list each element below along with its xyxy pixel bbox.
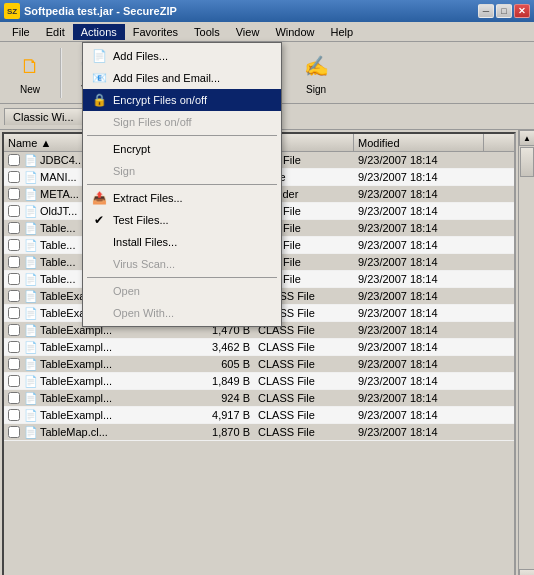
menu-view[interactable]: View (228, 24, 268, 40)
menu-item-label: Sign (113, 165, 135, 177)
file-size-cell: 924 B (174, 392, 254, 404)
menu-item-sign-files: Sign Files on/off (83, 111, 281, 133)
file-icon: 📄 (24, 375, 38, 388)
table-row[interactable]: 📄 TableExampl... 605 B CLASS File 9/23/2… (4, 356, 514, 373)
file-checkbox[interactable] (8, 256, 20, 268)
file-type-cell: CLASS File (254, 375, 354, 387)
file-name-cell: 📄 TableMap.cl... (4, 426, 174, 439)
table-row[interactable]: 📄 TableExampl... 1,849 B CLASS File 9/23… (4, 373, 514, 390)
menu-file[interactable]: File (4, 24, 38, 40)
menu-item-label: Install Files... (113, 236, 177, 248)
menu-help[interactable]: Help (323, 24, 362, 40)
scroll-down-button[interactable]: ▼ (519, 569, 534, 575)
file-checkbox[interactable] (8, 290, 20, 302)
menu-item-install-files[interactable]: Install Files... (83, 231, 281, 253)
file-checkbox[interactable] (8, 392, 20, 404)
scroll-thumb[interactable] (520, 147, 534, 177)
menu-actions[interactable]: Actions (73, 24, 125, 40)
menu-item-extract-files[interactable]: 📤 Extract Files... (83, 187, 281, 209)
file-name-cell: 📄 TableExampl... (4, 392, 174, 405)
table-row[interactable]: 📄 TableExampl... 4,917 B CLASS File 9/23… (4, 407, 514, 424)
file-modified-cell: 9/23/2007 18:14 (354, 239, 484, 251)
file-checkbox[interactable] (8, 426, 20, 438)
table-row[interactable]: 📄 TableExampl... 924 B CLASS File 9/23/2… (4, 390, 514, 407)
menu-item-add-files-email[interactable]: 📧 Add Files and Email... (83, 67, 281, 89)
file-name-text: MANI... (40, 171, 77, 183)
file-size-cell: 3,462 B (174, 341, 254, 353)
file-checkbox[interactable] (8, 341, 20, 353)
file-icon: 📄 (24, 273, 38, 286)
file-checkbox[interactable] (8, 409, 20, 421)
toolbar-new-label: New (20, 84, 40, 95)
file-checkbox[interactable] (8, 375, 20, 387)
file-name-text: Table... (40, 273, 75, 285)
file-modified-cell: 9/23/2007 18:14 (354, 205, 484, 217)
file-checkbox[interactable] (8, 222, 20, 234)
vertical-scrollbar[interactable]: ▲ ▼ (518, 130, 534, 575)
file-modified-cell: 9/23/2007 18:14 (354, 324, 484, 336)
menu-item-icon (91, 256, 107, 272)
file-checkbox[interactable] (8, 358, 20, 370)
menu-item-icon: 📄 (91, 48, 107, 64)
menu-item-icon (91, 163, 107, 179)
menu-separator (87, 135, 277, 136)
file-icon: 📄 (24, 222, 38, 235)
menu-tools[interactable]: Tools (186, 24, 228, 40)
file-name-text: TableExampl... (40, 392, 112, 404)
menu-item-encrypt[interactable]: Encrypt (83, 138, 281, 160)
maximize-button[interactable]: □ (496, 4, 512, 18)
menu-item-icon (91, 114, 107, 130)
file-type-cell: CLASS File (254, 392, 354, 404)
file-checkbox[interactable] (8, 205, 20, 217)
menu-item-label: Add Files and Email... (113, 72, 220, 84)
close-button[interactable]: ✕ (514, 4, 530, 18)
file-checkbox[interactable] (8, 273, 20, 285)
menu-item-label: Extract Files... (113, 192, 183, 204)
table-row[interactable]: 📄 TableMap.cl... 1,870 B CLASS File 9/23… (4, 424, 514, 441)
file-checkbox[interactable] (8, 171, 20, 183)
file-checkbox[interactable] (8, 154, 20, 166)
actions-dropdown: 📄 Add Files... 📧 Add Files and Email... … (82, 42, 282, 327)
toolbar-new-button[interactable]: 🗋 New (4, 45, 56, 101)
file-name-text: TableExampl... (40, 341, 112, 353)
classic-view-tab[interactable]: Classic Wi... (4, 108, 83, 125)
file-name-text: TableExampl... (40, 375, 112, 387)
file-modified-cell: 9/23/2007 18:14 (354, 171, 484, 183)
file-checkbox[interactable] (8, 324, 20, 336)
file-type-cell: CLASS File (254, 341, 354, 353)
menu-window[interactable]: Window (267, 24, 322, 40)
file-icon: 📄 (24, 239, 38, 252)
file-checkbox[interactable] (8, 307, 20, 319)
menu-edit[interactable]: Edit (38, 24, 73, 40)
file-icon: 📄 (24, 154, 38, 167)
scroll-track[interactable] (519, 146, 534, 569)
toolbar-sign-button[interactable]: ✍ Sign (290, 45, 342, 101)
menu-item-add-files[interactable]: 📄 Add Files... (83, 45, 281, 67)
file-modified-cell: 9/23/2007 18:14 (354, 426, 484, 438)
minimize-button[interactable]: ─ (478, 4, 494, 18)
file-icon: 📄 (24, 426, 38, 439)
col-header-modified[interactable]: Modified (354, 134, 484, 151)
file-icon: 📄 (24, 205, 38, 218)
menu-item-icon: ✔ (91, 212, 107, 228)
scroll-up-button[interactable]: ▲ (519, 130, 534, 146)
menu-item-label: Virus Scan... (113, 258, 175, 270)
menu-item-label: Open (113, 285, 140, 297)
menu-item-open-with: Open With... (83, 302, 281, 324)
toolbar-separator-1 (60, 48, 62, 98)
menu-item-label: Encrypt Files on/off (113, 94, 207, 106)
file-type-cell: CLASS File (254, 426, 354, 438)
menu-item-icon: 📤 (91, 190, 107, 206)
title-buttons: ─ □ ✕ (478, 4, 530, 18)
file-checkbox[interactable] (8, 239, 20, 251)
menu-item-label: Sign Files on/off (113, 116, 192, 128)
menu-item-sign: Sign (83, 160, 281, 182)
menu-item-test-files[interactable]: ✔ Test Files... (83, 209, 281, 231)
file-icon: 📄 (24, 341, 38, 354)
menu-favorites[interactable]: Favorites (125, 24, 186, 40)
file-name-text: Table... (40, 222, 75, 234)
table-row[interactable]: 📄 TableExampl... 3,462 B CLASS File 9/23… (4, 339, 514, 356)
file-modified-cell: 9/23/2007 18:14 (354, 341, 484, 353)
file-checkbox[interactable] (8, 188, 20, 200)
menu-item-encrypt-files[interactable]: 🔒 Encrypt Files on/off (83, 89, 281, 111)
